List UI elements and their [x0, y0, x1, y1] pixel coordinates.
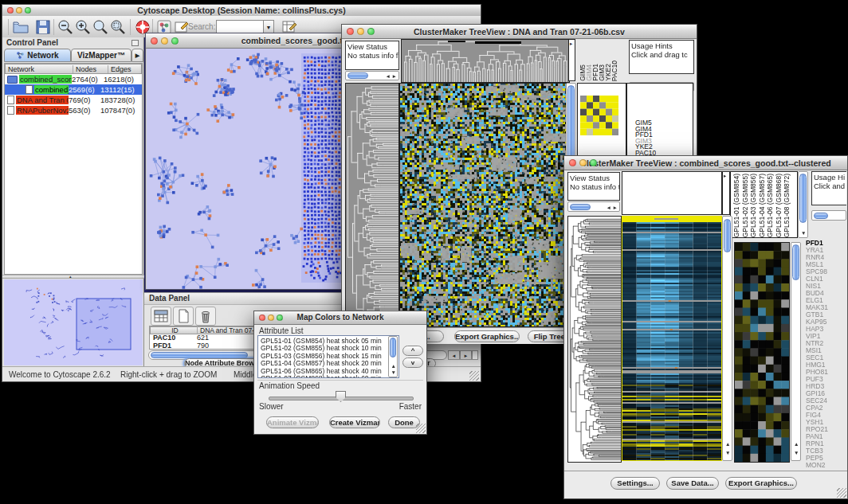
- settings-button[interactable]: Settings...: [610, 477, 660, 490]
- attribute-list-item[interactable]: GPL51-07 (GSM868) heat shock 60 min: [261, 375, 398, 378]
- attribute-list-vscrollbar[interactable]: ▲▼: [388, 336, 398, 377]
- tv2-resize-grip[interactable]: [837, 488, 846, 498]
- network-table-header[interactable]: Network Nodes Edges: [5, 64, 142, 74]
- minimize-button[interactable]: [16, 7, 22, 14]
- tv2-row-dendrogram[interactable]: [567, 216, 622, 463]
- split-divider[interactable]: ▴: [2, 275, 144, 279]
- treeview2-titlebar[interactable]: ClusterMaker TreeView : combined_scores_…: [564, 156, 847, 170]
- zoom-out-icon[interactable]: [57, 18, 74, 36]
- zoom-button[interactable]: [367, 28, 375, 35]
- column-label: GPL51-08 (GSM872): [783, 174, 791, 237]
- network-row-edges: 183728(0): [100, 96, 142, 104]
- dialog-resize-grip[interactable]: [416, 424, 426, 433]
- slider-faster-label: Faster: [399, 402, 422, 411]
- tv1-zoom-heatmap[interactable]: [580, 96, 618, 135]
- network-row-nodes: 563(0): [69, 106, 100, 115]
- tv1-column-labels: GIM5GIM4PFD1GIM3YKE2PAC10: [578, 41, 627, 81]
- map-colors-dialog: Map Colors to Network Attribute List GPL…: [253, 311, 427, 435]
- zoom-selected-icon[interactable]: [109, 18, 127, 36]
- close-button[interactable]: [151, 37, 158, 45]
- delete-attribute-button[interactable]: [195, 307, 216, 326]
- network-row-nodes: 2569(6): [69, 85, 100, 94]
- status-welcome: Welcome to Cytoscape 2.6.2: [9, 370, 111, 379]
- main-titlebar[interactable]: Cytoscape Desktop (Session Name: collins…: [2, 5, 481, 17]
- minimize-button[interactable]: [579, 159, 587, 166]
- move-up-button[interactable]: ^: [402, 346, 423, 356]
- minimize-button[interactable]: [357, 28, 364, 35]
- window-controls[interactable]: [7, 7, 31, 14]
- zoom-in-icon[interactable]: [74, 18, 92, 36]
- attribute-grid-icon: [152, 308, 170, 324]
- zoom-button[interactable]: [25, 7, 31, 14]
- new-attribute-button[interactable]: [173, 307, 194, 326]
- done-button[interactable]: Done: [388, 416, 420, 428]
- tv1-coltree-scroll-strip[interactable]: ▸: [568, 39, 575, 81]
- tab-vizmapper[interactable]: VizMapper™: [71, 49, 132, 62]
- search-dropdown-button[interactable]: ▼: [263, 20, 274, 33]
- close-button[interactable]: [347, 28, 354, 35]
- tv1-column-dendrogram[interactable]: [401, 39, 570, 83]
- network-row[interactable]: DNA and Tran 07 769(0) 183728(0): [5, 95, 142, 105]
- dialog-titlebar[interactable]: Map Colors to Network: [254, 311, 426, 325]
- network-row-name: DNA and Tran 07: [16, 96, 69, 104]
- tv1-view-status: View StatusNo status info f: [345, 41, 399, 70]
- tv2-status-hscrollbar[interactable]: ◄►: [567, 201, 620, 212]
- move-down-button[interactable]: v: [402, 357, 423, 368]
- network-row[interactable]: RNAPuberNov2+| 563(0) 107847(0): [5, 105, 142, 115]
- select-attributes-button[interactable]: [151, 307, 171, 326]
- network-list: Network Nodes Edges combined_scores 2764…: [4, 63, 143, 275]
- tab-network[interactable]: Network: [4, 49, 71, 62]
- animate-vizmap-button[interactable]: Animate Vizmap: [266, 416, 319, 428]
- network-row-icon: [7, 76, 18, 84]
- close-button[interactable]: [259, 315, 265, 321]
- tv2-column-labels: GPL51-01 (GSM854)GPL51-02 (GSM855)GPL51-…: [732, 172, 796, 237]
- control-panel: Control Panel Network VizMapper™ ▶ Netwo…: [2, 37, 144, 366]
- treeview1-titlebar[interactable]: ClusterMaker TreeView : DNA and Tran 07-…: [342, 25, 697, 39]
- scroll-left-button[interactable]: ◄: [448, 350, 460, 360]
- close-button[interactable]: [569, 159, 576, 166]
- gene-label: MON2: [806, 462, 846, 469]
- zoom-button[interactable]: [590, 159, 597, 166]
- tv2-view-status: View StatusNo status info t: [567, 172, 620, 201]
- tv2-usage-hscrollbar[interactable]: [811, 210, 846, 221]
- network-row-edges: 107847(0): [100, 106, 142, 115]
- tv2-heatmap-vscrollbar[interactable]: ▲▼: [722, 216, 732, 461]
- zoom-button[interactable]: [171, 37, 179, 45]
- tv1-row-dendrogram[interactable]: [345, 83, 399, 329]
- network-rows: combined_scores 2764(0) 16218(0) combine…: [5, 74, 142, 115]
- column-label: GPL51-03 (GSM856): [749, 174, 758, 237]
- scroll-right-button[interactable]: ►: [460, 350, 472, 360]
- tv1-heatmap[interactable]: [399, 83, 567, 327]
- network-row-name: combined_scores: [19, 75, 72, 84]
- minimize-button[interactable]: [161, 37, 168, 45]
- zoom-fit-icon[interactable]: [92, 18, 109, 36]
- minimize-button[interactable]: [268, 315, 274, 321]
- tv2-coltree-scroll-strip[interactable]: ▸: [722, 171, 730, 215]
- tv2-heatmap[interactable]: [622, 216, 722, 461]
- open-file-icon[interactable]: [12, 18, 29, 36]
- network-overview-canvas[interactable]: [4, 279, 143, 365]
- tv2-column-dendrogram-area[interactable]: [622, 171, 722, 215]
- create-vizmap-button[interactable]: Create Vizmap: [329, 416, 380, 428]
- save-data-button[interactable]: Save Data...: [666, 477, 719, 490]
- animation-speed-label: Animation Speed: [259, 381, 320, 390]
- tv2-collabel-vscrollbar[interactable]: ▼: [798, 171, 808, 238]
- close-button[interactable]: [7, 7, 14, 14]
- save-icon[interactable]: [34, 18, 52, 36]
- float-panel-icon[interactable]: [132, 40, 139, 46]
- tab-overflow-button[interactable]: ▶: [132, 49, 143, 62]
- search-input[interactable]: [216, 20, 264, 33]
- tv2-zoom-vscrollbar[interactable]: ▲▼: [791, 242, 801, 461]
- desktop-background: Cytoscape Desktop (Session Name: collins…: [0, 0, 848, 504]
- export-graphics-button[interactable]: Export Graphics...: [725, 477, 797, 490]
- network-row[interactable]: combined_sco 2569(6) 13112(15): [5, 84, 142, 95]
- export-graphics-button[interactable]: Export Graphics...: [454, 330, 520, 342]
- attribute-listbox[interactable]: GPL51-01 (GSM854) heat shock 05 minGPL51…: [257, 335, 399, 378]
- trash-icon: [197, 308, 214, 324]
- zoom-button[interactable]: [277, 315, 283, 321]
- tv1-status-hscrollbar[interactable]: ◄►: [345, 71, 399, 80]
- tv2-zoom-heatmap[interactable]: [734, 242, 790, 463]
- resize-grip[interactable]: [469, 371, 479, 381]
- network-row[interactable]: combined_scores 2764(0) 16218(0): [5, 74, 142, 84]
- control-panel-title: Control Panel: [6, 38, 58, 47]
